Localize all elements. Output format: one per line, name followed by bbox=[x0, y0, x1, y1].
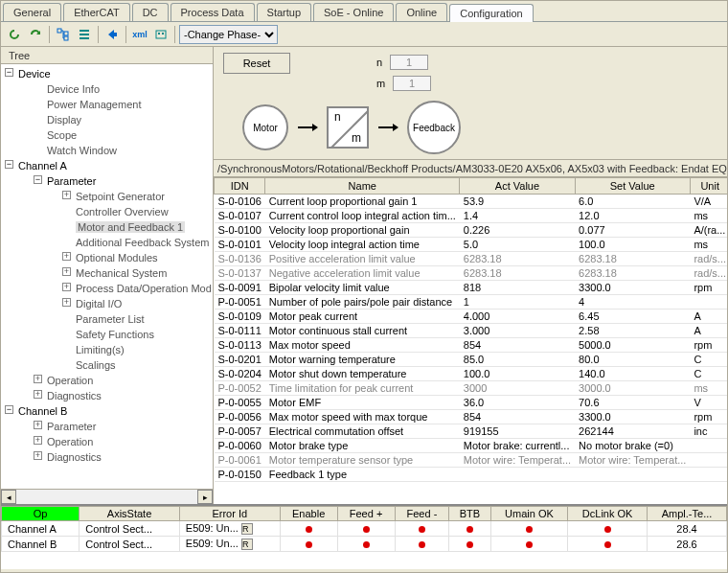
table-row[interactable]: P-0-0150Feedback 1 type bbox=[215, 468, 728, 482]
expander-icon[interactable]: + bbox=[34, 390, 42, 399]
n-field[interactable] bbox=[390, 55, 428, 70]
table-row[interactable]: S-0-0109Motor peak current4.0006.45A bbox=[215, 309, 728, 324]
tree-node[interactable]: Parameter List bbox=[76, 313, 145, 325]
expander-icon[interactable]: + bbox=[34, 421, 42, 429]
expander-icon[interactable]: − bbox=[5, 68, 13, 77]
col-header[interactable]: Name bbox=[265, 178, 460, 195]
tree-node[interactable]: Limiting(s) bbox=[76, 344, 125, 355]
parameter-table[interactable]: IDNNameAct ValueSet ValueUnit S-0-0106Cu… bbox=[214, 177, 727, 482]
table-row[interactable]: P-0-0057Electrical commutation offset919… bbox=[215, 424, 728, 439]
col-header[interactable]: Unit bbox=[690, 178, 727, 195]
table-row[interactable]: S-0-0204Motor shut down temperature100.0… bbox=[215, 367, 728, 381]
col-header[interactable]: IDN bbox=[215, 178, 265, 195]
col-header[interactable]: Error Id bbox=[179, 507, 280, 521]
tree-node[interactable]: Scope bbox=[47, 129, 77, 141]
tree-node[interactable]: Display bbox=[47, 114, 81, 126]
tree-node[interactable]: Scalings bbox=[76, 359, 116, 371]
status-table[interactable]: OpAxisStateError IdEnableFeed +Feed -BTB… bbox=[1, 506, 727, 552]
tab-configuration[interactable]: Configuration bbox=[449, 4, 533, 22]
tab-ethercat[interactable]: EtherCAT bbox=[63, 3, 129, 21]
tree-icon[interactable] bbox=[54, 25, 73, 44]
tree-node[interactable]: Parameter bbox=[47, 421, 96, 432]
tree-node[interactable]: Motor and Feedback 1 bbox=[76, 221, 185, 233]
table-row[interactable]: P-0-0051Number of pole pairs/pole pair d… bbox=[215, 295, 728, 309]
col-header[interactable]: Act Value bbox=[460, 178, 575, 195]
tree-node[interactable]: Optional Modules bbox=[76, 252, 158, 264]
tree-node[interactable]: Operation bbox=[47, 436, 93, 447]
tree-node[interactable]: Mechanical System bbox=[76, 267, 167, 279]
table-row[interactable]: P-0-0060Motor brake typeMotor brake: cur… bbox=[215, 439, 728, 453]
tree-node[interactable]: Controller Overview bbox=[76, 206, 169, 218]
tree-node[interactable]: Diagnostics bbox=[47, 451, 102, 463]
tree-node-device[interactable]: Device bbox=[18, 68, 51, 80]
tab-startup[interactable]: Startup bbox=[257, 3, 311, 21]
tree-node[interactable]: Watch Window bbox=[47, 145, 117, 156]
col-header[interactable]: Ampl.-Te... bbox=[648, 507, 727, 521]
expander-icon[interactable]: + bbox=[34, 436, 42, 445]
table-row[interactable]: S-0-0107Current control loop integral ac… bbox=[215, 209, 728, 223]
col-header[interactable]: AxisState bbox=[80, 507, 179, 521]
col-header[interactable]: Feed - bbox=[395, 507, 449, 521]
tree-node-channel-b[interactable]: Channel B bbox=[18, 405, 67, 417]
table-row[interactable]: P-0-0052Time limitation for peak current… bbox=[215, 381, 728, 396]
tree-node-operation[interactable]: Operation bbox=[47, 375, 93, 386]
scroll-left-icon[interactable]: ◂ bbox=[1, 490, 16, 504]
col-header[interactable]: BTB bbox=[449, 507, 490, 521]
motor-node[interactable]: Motor bbox=[242, 104, 288, 150]
expander-icon[interactable]: − bbox=[34, 175, 42, 184]
scroll-right-icon[interactable]: ▸ bbox=[197, 490, 213, 504]
change-phase-select[interactable]: -Change Phase- bbox=[179, 25, 278, 44]
table-row[interactable]: P-0-0055Motor EMF36.070.6V bbox=[215, 396, 728, 410]
tree-hscroll[interactable]: ◂ ▸ bbox=[1, 489, 213, 504]
col-header[interactable]: Enable bbox=[280, 507, 337, 521]
table-row[interactable]: S-0-0106Current loop proportional gain 1… bbox=[215, 195, 728, 209]
tree-node[interactable]: Setpoint Generator bbox=[76, 191, 165, 202]
tree-node-diagnostics[interactable]: Diagnostics bbox=[47, 390, 102, 401]
feedback-node[interactable]: Feedback bbox=[407, 101, 461, 154]
table-row[interactable]: P-0-0056Max motor speed with max torque8… bbox=[215, 410, 728, 424]
m-field[interactable] bbox=[393, 76, 431, 91]
settings-icon[interactable] bbox=[151, 25, 171, 44]
table-row[interactable]: S-0-0100Velocity loop proportional gain0… bbox=[215, 223, 728, 238]
reset-error-button[interactable]: R bbox=[241, 523, 253, 535]
tree-node[interactable]: Power Management bbox=[47, 99, 141, 110]
tree-node[interactable]: Device Info bbox=[47, 83, 100, 95]
table-row[interactable]: P-0-0061Motor temperature sensor typeMot… bbox=[215, 453, 728, 468]
expander-icon[interactable]: + bbox=[34, 451, 42, 460]
table-row[interactable]: S-0-0201Motor warning temperature85.080.… bbox=[215, 353, 728, 367]
tree-node-parameter[interactable]: Parameter bbox=[47, 175, 96, 187]
tree-node[interactable]: Digital I/O bbox=[76, 298, 122, 309]
expander-icon[interactable]: − bbox=[5, 405, 13, 414]
table-row[interactable]: S-0-0111Motor continuous stall current3.… bbox=[215, 324, 728, 338]
status-row[interactable]: Channel BControl Sect...E509: Un... R28.… bbox=[2, 537, 727, 552]
expander-icon[interactable]: + bbox=[62, 298, 71, 307]
back-icon[interactable] bbox=[102, 25, 122, 44]
status-row[interactable]: Channel AControl Sect...E509: Un... R28.… bbox=[2, 521, 727, 537]
expander-icon[interactable]: + bbox=[62, 191, 71, 199]
col-header[interactable]: Set Value bbox=[575, 178, 690, 195]
tree-node[interactable]: Additional Feedback System bbox=[76, 237, 209, 248]
expander-icon[interactable]: + bbox=[62, 267, 71, 276]
nm-ratio-node[interactable]: n m bbox=[327, 106, 369, 149]
reset-error-button[interactable]: R bbox=[241, 539, 253, 550]
xml-icon[interactable]: xml bbox=[130, 25, 149, 44]
tab-dc[interactable]: DC bbox=[132, 3, 169, 21]
expander-icon[interactable]: + bbox=[62, 283, 71, 291]
tree-node-channel-a[interactable]: Channel A bbox=[18, 160, 67, 172]
list-icon[interactable] bbox=[75, 25, 94, 44]
table-row[interactable]: S-0-0137Negative acceleration limit valu… bbox=[215, 266, 728, 281]
col-header[interactable]: Feed + bbox=[337, 507, 395, 521]
tree-node[interactable]: Process Data/Operation Mod bbox=[76, 283, 212, 294]
tree-node[interactable]: Safety Functions bbox=[76, 329, 154, 340]
col-header[interactable]: Op bbox=[2, 507, 80, 521]
expander-icon[interactable]: + bbox=[34, 375, 42, 383]
tab-general[interactable]: General bbox=[3, 3, 61, 21]
table-row[interactable]: S-0-0136Positive acceleration limit valu… bbox=[215, 252, 728, 266]
expander-icon[interactable]: + bbox=[62, 252, 71, 261]
table-row[interactable]: S-0-0091Bipolar velocity limit value8183… bbox=[215, 281, 728, 295]
table-row[interactable]: S-0-0113Max motor speed8545000.0rpm bbox=[215, 338, 728, 353]
table-row[interactable]: S-0-0101Velocity loop integral action ti… bbox=[215, 238, 728, 252]
tree-view[interactable]: −Device Device InfoPower ManagementDispl… bbox=[1, 64, 213, 489]
col-header[interactable]: DcLink OK bbox=[568, 507, 648, 521]
col-header[interactable]: Umain OK bbox=[490, 507, 568, 521]
